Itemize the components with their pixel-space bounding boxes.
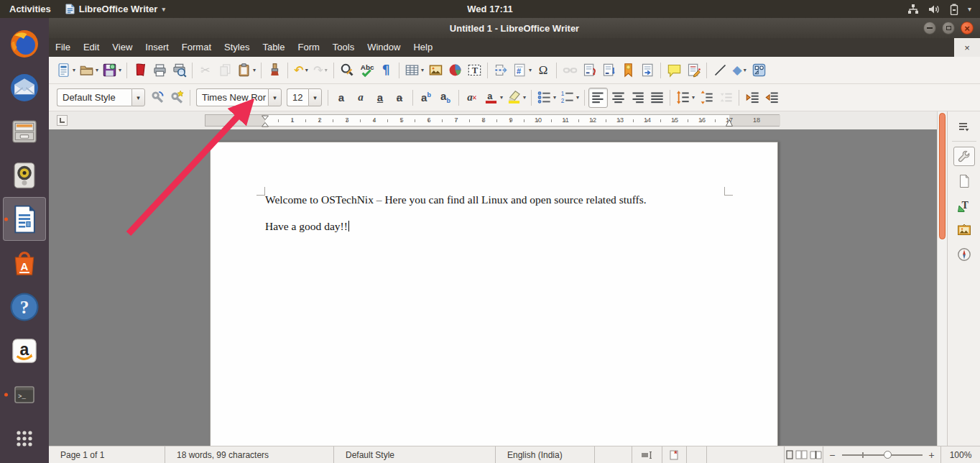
insert-textbox-button[interactable]: T [465, 60, 484, 81]
new-button[interactable]: ▾ [55, 60, 77, 81]
multi-page-view-icon[interactable] [795, 450, 808, 459]
bullet-list-dropdown[interactable]: ▾ [553, 94, 556, 101]
dock-item-app-grid[interactable] [3, 416, 46, 460]
insert-comment-button[interactable] [665, 60, 683, 81]
cut-button[interactable]: ✂ [196, 60, 215, 81]
selection-mode-status[interactable] [632, 446, 662, 463]
insert-bookmark-button[interactable] [619, 60, 637, 81]
language-status[interactable]: English (India) [496, 446, 595, 463]
maximize-button[interactable] [942, 22, 955, 35]
insert-endnote-button[interactable] [599, 60, 618, 81]
find-replace-button[interactable] [338, 60, 356, 81]
menu-form[interactable]: Form [291, 38, 325, 57]
page-break-button[interactable] [491, 60, 510, 81]
sidebar-tab-page[interactable] [953, 171, 975, 191]
numbered-list-button[interactable]: 12▾ [558, 88, 581, 108]
cross-reference-button[interactable] [638, 60, 657, 81]
sidebar-tab-sidebar-settings[interactable] [953, 116, 975, 136]
sidebar-tab-properties[interactable] [953, 147, 975, 166]
align-right-button[interactable] [628, 88, 647, 108]
justify-button[interactable] [647, 88, 666, 108]
document-modified-status[interactable]: * [662, 446, 687, 463]
sidebar-tab-navigator[interactable] [953, 244, 975, 264]
dock-item-files[interactable] [3, 109, 46, 153]
menu-insert[interactable]: Insert [139, 38, 175, 57]
decrease-indent-button[interactable] [762, 88, 781, 108]
scrollbar-thumb[interactable] [939, 113, 946, 239]
zoom-slider-thumb[interactable] [884, 451, 892, 459]
app-menu-button[interactable]: LibreOffice Writer ▾ [65, 4, 165, 14]
clock[interactable]: Wed 17:11 [467, 4, 512, 14]
dock-item-ubuntu-software[interactable]: A [3, 241, 46, 285]
line-spacing-dropdown[interactable]: ▾ [692, 94, 695, 101]
vertical-scrollbar[interactable] [937, 111, 947, 446]
dock-item-help[interactable]: ? [3, 285, 46, 329]
menu-edit[interactable]: Edit [77, 38, 106, 57]
increase-paragraph-spacing-button[interactable] [697, 88, 716, 108]
menu-help[interactable]: Help [407, 38, 439, 57]
insert-field-dropdown[interactable]: ▾ [529, 67, 532, 73]
spelling-button[interactable]: Abc [357, 60, 376, 81]
new-style-button[interactable] [167, 88, 186, 108]
basic-shapes-dropdown[interactable]: ▾ [744, 67, 746, 73]
undo-dropdown[interactable]: ▾ [305, 67, 308, 73]
zoom-slider[interactable] [842, 454, 923, 456]
menu-table[interactable]: Table [256, 38, 291, 57]
menu-view[interactable]: View [106, 38, 139, 57]
menu-window[interactable]: Window [361, 38, 407, 57]
paragraph-style-combo-dropdown[interactable]: ▾ [131, 88, 145, 106]
title-bar[interactable]: Untitled 1 - LibreOffice Writer × [49, 18, 980, 38]
highlight-color-dropdown[interactable]: ▾ [523, 94, 526, 101]
dock-item-terminal[interactable]: >_ [3, 372, 46, 416]
numbered-list-dropdown[interactable]: ▾ [576, 94, 579, 101]
sidebar-tab-gallery[interactable] [953, 220, 975, 239]
draw-functions-button[interactable] [749, 60, 768, 81]
export-pdf-button[interactable] [131, 60, 149, 81]
zoom-out-icon[interactable]: − [829, 449, 835, 461]
subscript-button[interactable]: ab [436, 88, 455, 108]
copy-button[interactable] [216, 60, 234, 81]
font-color-button[interactable]: a▾ [482, 88, 504, 108]
formatting-marks-button[interactable]: ¶ [376, 60, 395, 81]
tab-stop-selector[interactable] [57, 115, 68, 126]
print-button[interactable] [150, 60, 169, 81]
font-size-combo-dropdown[interactable]: ▾ [308, 88, 322, 106]
insert-table-dropdown[interactable]: ▾ [421, 67, 424, 73]
menu-format[interactable]: Format [175, 38, 218, 57]
page[interactable]: Welcome to OSTechNix – Here you can find… [210, 142, 778, 446]
bold-button[interactable]: a [332, 88, 351, 108]
open-button[interactable]: ▾ [78, 60, 100, 81]
clear-formatting-button[interactable]: a× [463, 88, 481, 108]
insert-footnote-button[interactable] [580, 60, 598, 81]
sidebar-tab-styles[interactable]: T [953, 196, 975, 215]
ruler-scale[interactable]: 123456789101112131415161718 [205, 114, 780, 127]
horizontal-ruler[interactable]: 123456789101112131415161718 [49, 111, 937, 129]
save-dropdown[interactable]: ▾ [119, 67, 121, 73]
underline-button[interactable]: a [371, 88, 389, 108]
insert-table-button[interactable]: ▾ [403, 60, 425, 81]
book-view-icon[interactable] [810, 450, 822, 459]
redo-dropdown[interactable]: ▾ [325, 67, 328, 73]
font-size-combo[interactable]: 12▾ [287, 88, 322, 106]
font-color-dropdown[interactable]: ▾ [500, 94, 503, 101]
system-tray[interactable]: ▾ [907, 4, 980, 15]
insert-field-button[interactable]: #▾ [511, 60, 533, 81]
single-page-view-icon[interactable] [786, 450, 793, 459]
dock-item-amazon[interactable]: a [3, 329, 46, 372]
undo-button[interactable]: ↶▾ [292, 60, 310, 81]
minimize-button[interactable] [923, 22, 936, 35]
align-center-button[interactable] [609, 88, 627, 108]
paste-button[interactable]: ▾ [235, 60, 257, 81]
insert-image-button[interactable] [426, 60, 445, 81]
bullet-list-button[interactable]: ▾ [535, 88, 558, 108]
document-text-line[interactable]: Welcome to OSTechNix – Here you can find… [265, 193, 647, 206]
decrease-paragraph-spacing-button[interactable] [716, 88, 735, 108]
new-dropdown[interactable]: ▾ [73, 67, 75, 73]
track-changes-button[interactable] [684, 60, 703, 81]
dock-item-libreoffice-writer[interactable] [3, 197, 46, 241]
font-name-combo-dropdown[interactable]: ▾ [268, 88, 282, 106]
redo-button[interactable]: ↷▾ [311, 60, 330, 81]
page-style-status[interactable]: Default Style [334, 446, 496, 463]
italic-button[interactable]: a [351, 88, 370, 108]
highlight-color-button[interactable]: ▾ [505, 88, 527, 108]
